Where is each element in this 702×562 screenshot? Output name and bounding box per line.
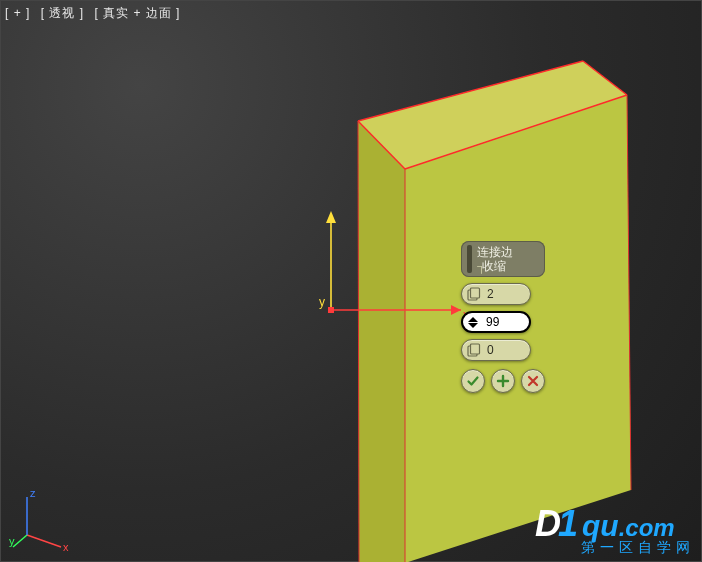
axis-tripod: x y z bbox=[9, 483, 79, 553]
svg-line-16 bbox=[27, 535, 61, 547]
watermark-d: D bbox=[535, 503, 560, 545]
tripod-y-label: y bbox=[9, 535, 15, 547]
watermark-qu: qu bbox=[582, 509, 619, 543]
watermark-sub: 第一区自学网 bbox=[581, 539, 695, 557]
tripod-z-label: z bbox=[30, 487, 36, 499]
drag-handle-icon[interactable] bbox=[467, 245, 472, 273]
segments-spinner[interactable]: 2 bbox=[461, 283, 531, 305]
tripod-x-label: x bbox=[63, 541, 69, 553]
caddy-title: 连接边 bbox=[477, 245, 513, 259]
cancel-button[interactable] bbox=[521, 369, 545, 393]
pinch-value: 99 bbox=[486, 315, 499, 329]
slide-spinner[interactable]: 0 bbox=[461, 339, 531, 361]
box-object[interactable] bbox=[1, 1, 702, 562]
close-icon bbox=[526, 374, 540, 388]
apply-button[interactable] bbox=[461, 369, 485, 393]
apply-and-new-button[interactable] bbox=[491, 369, 515, 393]
caddy-subtitle: 收缩 bbox=[477, 259, 513, 273]
caddy-header[interactable]: 连接边 收缩 bbox=[461, 241, 545, 277]
watermark-one: 1 bbox=[558, 503, 578, 545]
segments-value: 2 bbox=[487, 287, 494, 301]
watermark: D 1 qu .com 第一区自学网 bbox=[535, 503, 695, 557]
caddy-buttons bbox=[461, 369, 545, 393]
plus-icon bbox=[496, 374, 510, 388]
pinch-spinner[interactable]: 99 bbox=[461, 311, 531, 333]
page-stack-icon bbox=[467, 342, 481, 358]
check-icon bbox=[466, 374, 480, 388]
svg-line-17 bbox=[13, 535, 27, 547]
page-stack-icon bbox=[467, 286, 481, 302]
watermark-com: .com bbox=[619, 514, 675, 542]
svg-rect-15 bbox=[471, 344, 480, 354]
spinner-arrows-icon bbox=[468, 314, 480, 330]
connect-edges-caddy[interactable]: 连接边 收缩 2 99 bbox=[461, 241, 551, 393]
viewport[interactable]: [ + ] [ 透视 ] [ 真实 + 边面 ] y x 连接边 bbox=[0, 0, 702, 562]
slide-value: 0 bbox=[487, 343, 494, 357]
svg-rect-13 bbox=[471, 288, 480, 298]
